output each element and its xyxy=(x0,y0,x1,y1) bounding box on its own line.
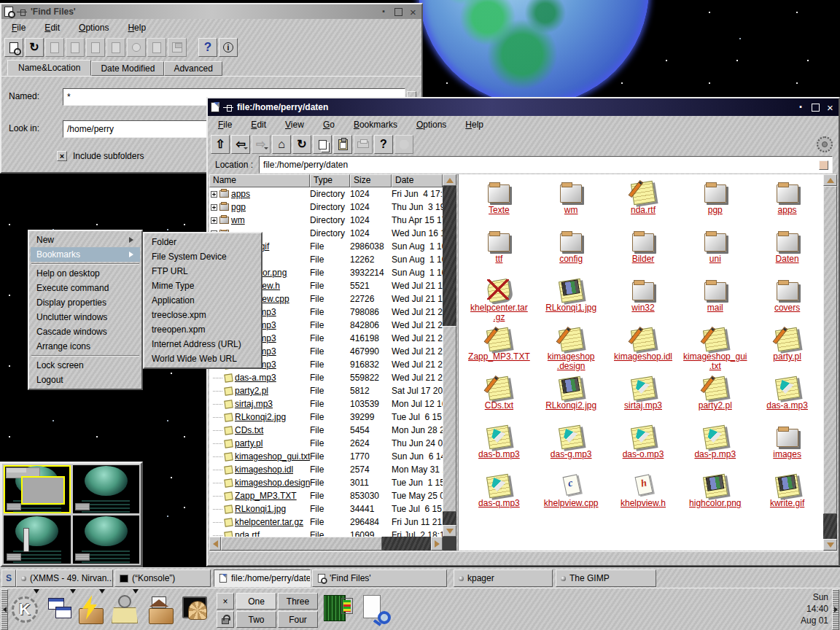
icon-item-das-a-mp3[interactable]: das-a.mp3 xyxy=(751,373,823,421)
context-menu-item-display-properties[interactable]: Display properties xyxy=(31,295,140,310)
file-name-link[interactable]: wm xyxy=(231,215,245,225)
kfm-menu-go[interactable]: Go xyxy=(323,120,335,130)
back-arrow-button[interactable]: ⇦ xyxy=(231,135,250,154)
icon-item-khelpview-cpp[interactable]: khelpview.cpp xyxy=(535,470,607,519)
submenu-item-internet-address-url[interactable]: Internet Address (URL) xyxy=(146,337,260,351)
task-button-xmms-49-nirvan[interactable]: (XMMS - 49. Nirvan... xyxy=(16,569,113,587)
file-name-link[interactable]: kimageshop.design xyxy=(235,478,310,488)
icon-item-config[interactable]: config xyxy=(535,226,607,275)
table-row[interactable]: RLkonqi2.jpgFile39299Tue Jul 6 15: xyxy=(209,411,443,424)
file-name-link[interactable]: party.pl xyxy=(235,438,262,448)
context-menu-item-cascade-windows[interactable]: Cascade windows xyxy=(31,324,140,339)
desktop-pager-button-one[interactable]: One xyxy=(236,593,276,610)
help-button[interactable]: ? xyxy=(374,135,393,154)
scroll-up-icon[interactable] xyxy=(443,174,456,186)
column-header-date[interactable]: Date xyxy=(392,174,443,187)
submenu-item-file-system-device[interactable]: File System Device xyxy=(146,249,260,264)
package-tools-button[interactable] xyxy=(108,592,141,627)
close-button[interactable] xyxy=(408,7,419,18)
submenu-item-treeopen-xpm[interactable]: treeopen.xpm xyxy=(146,322,260,337)
paste-button[interactable] xyxy=(333,135,352,154)
lock-screen-button[interactable] xyxy=(217,611,234,628)
scrollbar-thumb[interactable] xyxy=(221,537,382,551)
help-book-button[interactable]: ? xyxy=(198,38,217,57)
context-menu-item-lock-screen[interactable]: Lock screen xyxy=(31,358,140,373)
desktop-pager-button-two[interactable]: Two xyxy=(236,611,276,628)
kfm-menu-help[interactable]: Help xyxy=(465,120,483,130)
pager-desktop-3[interactable] xyxy=(4,516,71,564)
context-menu-item-help-on-desktop[interactable]: Help on desktop xyxy=(31,266,140,281)
task-button-file-home-perry-daten[interactable]: file:/home/perry/daten xyxy=(214,569,311,587)
icon-item-uni[interactable]: uni xyxy=(679,226,751,275)
scroll-right-icon[interactable] xyxy=(431,537,443,551)
submenu-item-treeclose-xpm[interactable]: treeclose.xpm xyxy=(146,308,260,322)
icon-item-khelpcenter-tar-gz[interactable]: khelpcenter.tar .gz xyxy=(463,275,535,324)
disk-navigator-button[interactable] xyxy=(74,592,108,627)
file-name-link[interactable]: kimageshop.idl xyxy=(235,464,293,475)
konsole-button[interactable] xyxy=(179,592,213,627)
find-files-menu-file[interactable]: File xyxy=(12,23,26,33)
file-name-link[interactable]: khelpcenter.tar.gz xyxy=(235,517,303,527)
location-input[interactable]: file:/home/perry/daten xyxy=(259,156,833,174)
icon-item-rlkonqi2-jpg[interactable]: RLkonqi2.jpg xyxy=(535,373,607,421)
submenu-item-application[interactable]: Application xyxy=(146,293,260,308)
table-row[interactable]: das-a.mp3File559822Wed Jul 21 21 xyxy=(209,371,443,384)
window-resize-bar[interactable] xyxy=(209,551,837,564)
find-files-launcher-button[interactable] xyxy=(359,592,392,627)
copy-button[interactable] xyxy=(313,135,332,154)
refresh-button[interactable]: ↻ xyxy=(25,38,44,57)
sticky-pin-icon[interactable] xyxy=(17,7,27,16)
icon-item-win32[interactable]: win32 xyxy=(607,275,680,324)
find-files-titlebar[interactable]: 'Find Files' xyxy=(1,4,421,19)
system-monitor-button[interactable] xyxy=(321,592,354,627)
home-directory-button[interactable] xyxy=(144,592,178,627)
task-button-find-files[interactable]: 'Find Files' xyxy=(312,569,447,587)
file-name-link[interactable]: kimageshop_gui.txt xyxy=(235,451,310,462)
tree-expand-icon[interactable] xyxy=(211,217,217,224)
file-name-link[interactable]: RLkonqi1.jpg xyxy=(235,504,286,514)
icon-item-das-q-mp3[interactable]: das-q.mp3 xyxy=(463,470,535,519)
pager-desktop-2[interactable] xyxy=(73,465,140,513)
taskbar-start-button[interactable]: S xyxy=(1,569,16,587)
kfm-menu-bookmarks[interactable]: Bookmarks xyxy=(354,120,397,130)
icon-item-ttf[interactable]: ttf xyxy=(463,226,535,275)
file-name-link[interactable]: sirtaj.mp3 xyxy=(235,399,273,409)
column-header-name[interactable]: Name xyxy=(209,174,310,187)
icon-item-images[interactable]: images xyxy=(751,421,823,470)
desktop-pager-button-four[interactable]: Four xyxy=(278,611,318,628)
table-row[interactable]: wmDirectory1024Thu Apr 15 17 xyxy=(209,214,443,227)
icon-item-das-b-mp3[interactable]: das-b.mp3 xyxy=(463,421,535,470)
maximize-button[interactable] xyxy=(810,102,821,113)
file-name-link[interactable]: CDs.txt xyxy=(235,425,263,435)
context-menu-item-arrange-icons[interactable]: Arrange icons xyxy=(31,339,140,354)
document-search-button[interactable] xyxy=(4,38,23,57)
icon-item-das-p-mp3[interactable]: das-p.mp3 xyxy=(679,421,751,470)
icon-item-kimageshop-design[interactable]: kimageshop .design xyxy=(535,324,607,373)
include-subfolders-checkbox[interactable]: × xyxy=(57,151,67,161)
table-row[interactable]: CDs.txtFile5454Mon Jun 28 2 xyxy=(209,424,443,437)
icon-item-kwrite-gif[interactable]: kwrite.gif xyxy=(751,470,823,519)
close-button[interactable] xyxy=(825,102,836,113)
table-row[interactable]: kimageshop.idlFile2574Mon May 31 1 xyxy=(209,463,443,476)
file-name-link[interactable]: RLkonqi2.jpg xyxy=(235,412,286,422)
table-row[interactable]: RLkonqi1.jpgFile34441Tue Jul 6 15: xyxy=(209,502,443,516)
find-files-menu-options[interactable]: Options xyxy=(79,23,109,33)
table-row[interactable]: kimageshop_gui.txtFile1770Sun Jun 6 14 xyxy=(209,450,443,463)
icon-item-pgp[interactable]: pgp xyxy=(679,177,751,226)
panel-hide-right-button[interactable] xyxy=(832,589,839,630)
find-files-menu-help[interactable]: Help xyxy=(128,23,146,33)
file-name-link[interactable]: Zapp_MP3.TXT xyxy=(235,491,297,501)
desktop-pager-button-three[interactable]: Three xyxy=(278,593,318,610)
icon-item-texte[interactable]: Texte xyxy=(463,177,535,226)
task-button-kpager[interactable]: kpager xyxy=(454,569,553,587)
icon-item-kimageshop-idl[interactable]: kimageshop.idl xyxy=(607,324,680,373)
context-menu-item-bookmarks[interactable]: Bookmarks xyxy=(31,247,140,262)
sticky-pin-icon[interactable] xyxy=(223,103,233,112)
kfm-menu-options[interactable]: Options xyxy=(416,120,446,130)
context-menu-item-unclutter-windows[interactable]: Unclutter windows xyxy=(31,310,140,324)
panel-clock[interactable]: Sun 14:40 Aug 01 xyxy=(801,591,828,626)
table-row[interactable]: appsDirectory1024Fri Jun 4 17:2 xyxy=(209,187,443,201)
icon-item-bilder[interactable]: Bilder xyxy=(607,226,680,275)
context-menu-item-execute-command[interactable]: Execute command xyxy=(31,281,140,295)
icons-vertical-scrollbar[interactable] xyxy=(823,174,837,551)
